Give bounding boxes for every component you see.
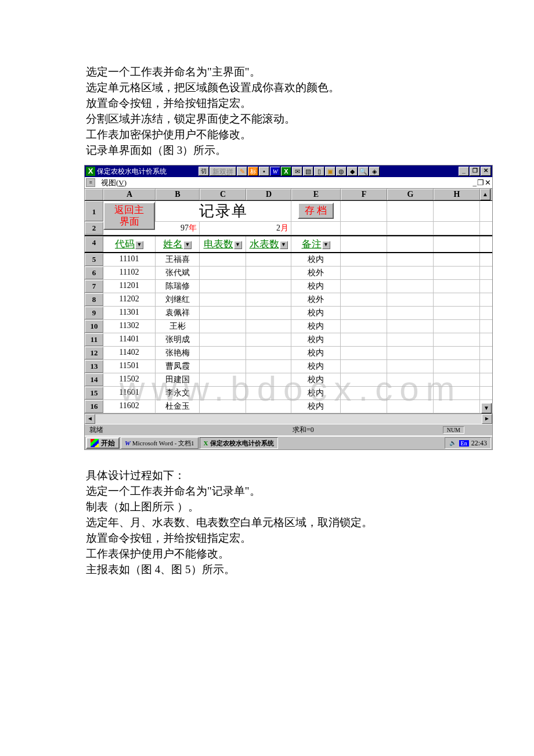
col-header-f[interactable]: F [341, 189, 387, 200]
cell-code[interactable]: 11501 [103, 360, 156, 373]
col-header-g[interactable]: G [387, 189, 434, 200]
menu-view[interactable]: 视图(V) [99, 178, 129, 188]
cell-note[interactable]: 校外 [291, 293, 341, 306]
cell-meter-e[interactable] [200, 267, 246, 279]
cell-empty[interactable] [387, 320, 434, 333]
scroll-right-button[interactable]: ► [482, 414, 492, 424]
child-minimize-button[interactable]: _ [473, 178, 477, 188]
row-header[interactable]: 13 [85, 360, 103, 373]
cell-note[interactable]: 校内 [291, 333, 341, 346]
filter-name[interactable]: 姓名▼ [156, 236, 200, 252]
filter-dropdown-icon[interactable]: ▼ [234, 241, 242, 249]
col-header-e[interactable]: E [291, 189, 341, 200]
cell-meter-e[interactable] [200, 320, 246, 333]
volume-icon[interactable]: 🔊 [449, 439, 457, 447]
cell-empty[interactable] [341, 267, 387, 279]
cell-code[interactable]: 11202 [103, 293, 156, 306]
cell-code[interactable]: 11401 [103, 333, 156, 346]
cell-meter-w[interactable] [246, 307, 291, 319]
save-button[interactable]: 存 档 [298, 203, 334, 219]
restore-button[interactable]: ❐ [470, 167, 480, 176]
cell-empty[interactable] [434, 360, 480, 373]
cell-empty[interactable] [434, 373, 480, 386]
cell-back-button[interactable]: 返回主界面 [103, 201, 156, 221]
scroll-track[interactable] [95, 414, 482, 424]
row-header[interactable]: 11 [85, 333, 103, 346]
cell-empty[interactable] [341, 333, 387, 346]
cell-note[interactable]: 校内 [291, 320, 341, 333]
cell-name[interactable]: 王彬 [156, 320, 200, 333]
cell-empty[interactable] [434, 400, 480, 413]
child-restore-button[interactable]: ❐ [477, 178, 484, 188]
row-header[interactable]: 9 [85, 307, 103, 319]
cell-empty[interactable] [434, 253, 480, 266]
row-header[interactable]: 16 [85, 400, 103, 413]
cell-meter-e[interactable] [200, 400, 246, 413]
taskbar-word-button[interactable]: W Microsoft Word - 文档1 [121, 437, 199, 449]
cell-meter-e[interactable] [200, 293, 246, 306]
cell-empty[interactable] [434, 307, 480, 319]
cell-meter-w[interactable] [246, 347, 291, 359]
cell-empty[interactable] [387, 333, 434, 346]
cell-meter-w[interactable] [246, 373, 291, 386]
scroll-up-button[interactable]: ▲ [480, 189, 490, 200]
minimize-button[interactable]: _ [459, 167, 469, 176]
cell-empty[interactable] [434, 267, 480, 279]
cell-empty[interactable] [341, 347, 387, 359]
cell-meter-e[interactable] [200, 387, 246, 399]
cell-name[interactable]: 袁佩祥 [156, 307, 200, 319]
row-header[interactable]: 14 [85, 373, 103, 386]
cell-empty[interactable] [387, 373, 434, 386]
cell-empty[interactable] [434, 333, 480, 346]
cell-meter-e[interactable] [200, 373, 246, 386]
cell-note[interactable]: 校外 [291, 267, 341, 279]
scroll-left-button[interactable]: ◄ [85, 414, 95, 424]
cell-empty[interactable] [387, 280, 434, 293]
col-header-a[interactable]: A [103, 189, 156, 200]
cell-code[interactable]: 11502 [103, 373, 156, 386]
ime-switch-icon[interactable]: 切 [199, 167, 209, 176]
system-tray[interactable]: 🔊 En 22:43 [445, 437, 491, 449]
cell-empty[interactable] [387, 387, 434, 399]
cell-empty[interactable] [434, 280, 480, 293]
cell-code[interactable]: 11601 [103, 387, 156, 399]
cell-name[interactable]: 张代斌 [156, 267, 200, 279]
globe-icon[interactable]: ◍ [336, 167, 347, 176]
close-button[interactable]: ✕ [481, 167, 491, 176]
cell-note[interactable]: 校内 [291, 387, 341, 399]
filter-dropdown-icon[interactable]: ▼ [183, 241, 192, 249]
row-header[interactable]: 15 [85, 387, 103, 399]
cell-empty[interactable] [434, 347, 480, 359]
cell-name[interactable]: 刘继红 [156, 293, 200, 306]
row-header[interactable]: 1 [85, 201, 103, 221]
cell-note[interactable]: 校内 [291, 280, 341, 293]
cell-empty[interactable] [341, 320, 387, 333]
cell-name[interactable]: 张明成 [156, 333, 200, 346]
cell-name[interactable]: 陈瑞修 [156, 280, 200, 293]
col-header-c[interactable]: C [200, 189, 246, 200]
cell-meter-e[interactable] [200, 253, 246, 266]
row-header[interactable]: 10 [85, 320, 103, 333]
cell-code[interactable]: 11602 [103, 400, 156, 413]
cell-meter-w[interactable] [246, 333, 291, 346]
cell-meter-e[interactable] [200, 347, 246, 359]
search-icon[interactable]: 🔍 [358, 167, 369, 176]
cell-note[interactable]: 校内 [291, 400, 341, 413]
word-icon[interactable]: W [270, 167, 280, 176]
cell-name[interactable]: 李永文 [156, 387, 200, 399]
row-header[interactable]: 7 [85, 280, 103, 293]
taskbar-excel-button[interactable]: X 保定农校水电计价系统 [200, 437, 278, 449]
cell-empty[interactable] [341, 280, 387, 293]
start-button[interactable]: 开始 [86, 437, 120, 449]
cell-meter-e[interactable] [200, 333, 246, 346]
horizontal-scrollbar[interactable]: ◄ ► [85, 413, 492, 424]
cell-note[interactable]: 校内 [291, 307, 341, 319]
cell-empty[interactable] [341, 373, 387, 386]
cell-empty[interactable] [341, 307, 387, 319]
col-header-d[interactable]: D [246, 189, 291, 200]
ime-box-icon[interactable]: 标 [248, 167, 258, 176]
cell-meter-w[interactable] [246, 360, 291, 373]
cell-meter-w[interactable] [246, 280, 291, 293]
cell-name[interactable]: 杜金玉 [156, 400, 200, 413]
cell-empty[interactable] [387, 347, 434, 359]
